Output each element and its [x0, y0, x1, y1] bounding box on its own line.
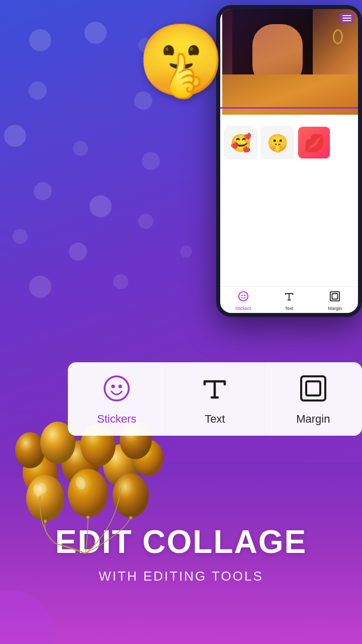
text-label: Text: [205, 413, 225, 426]
phone-sticker-row: 🥰 🤫 💋: [220, 122, 358, 163]
hair: [232, 9, 313, 115]
menu-line: [342, 15, 351, 16]
dress: [222, 74, 358, 115]
sticker-item-2[interactable]: 🤫: [261, 126, 294, 159]
margin-icon: [299, 374, 327, 409]
menu-button[interactable]: [340, 13, 354, 23]
earring: [333, 29, 343, 44]
phone-screen: 🥰 🤫 💋: [220, 9, 358, 313]
woman-photo: [222, 9, 358, 115]
phone-mockup: 🥰 🤫 💋: [211, 0, 362, 342]
phone-tool-margin[interactable]: Margin: [312, 291, 358, 311]
svg-point-31: [68, 469, 108, 517]
stickers-icon-small: [238, 291, 249, 305]
stickers-label: Stickers: [97, 413, 136, 426]
sticker-emoji-2: 🤫: [267, 133, 288, 153]
margin-button[interactable]: Margin: [264, 362, 362, 436]
text-button[interactable]: Text: [166, 362, 264, 436]
svg-point-40: [112, 385, 115, 388]
svg-rect-20: [330, 292, 339, 301]
sticker-item-1[interactable]: 🥰: [224, 126, 257, 159]
svg-point-18: [241, 295, 243, 296]
edit-subtitle: WITH EDITING TOOLS: [99, 569, 263, 584]
phone-text-label: Text: [285, 306, 294, 311]
svg-point-35: [129, 516, 132, 519]
sticker-item-3[interactable]: 💋: [298, 126, 330, 159]
sticker-emoji-1: 🥰: [230, 133, 251, 153]
svg-point-33: [44, 520, 47, 523]
balloons-decoration: [15, 418, 166, 558]
svg-rect-43: [306, 381, 320, 395]
stickers-icon: [103, 374, 131, 409]
deco-circle: [0, 590, 54, 644]
svg-point-30: [26, 475, 64, 521]
menu-line: [342, 20, 351, 21]
margin-icon-small: [329, 291, 340, 305]
svg-point-19: [244, 295, 245, 296]
phone-margin-label: Margin: [328, 306, 342, 311]
svg-point-39: [105, 376, 129, 400]
phone-tool-stickers[interactable]: Stickers: [220, 291, 266, 311]
sticker-emoji-3: 💋: [304, 133, 325, 153]
svg-point-17: [238, 292, 247, 301]
phone-toolbar: Stickers Text: [220, 286, 358, 313]
stickers-button[interactable]: Stickers: [68, 362, 166, 436]
main-toolbar: Stickers Text Margin: [68, 362, 362, 436]
svg-point-32: [113, 473, 149, 518]
svg-point-26: [15, 432, 45, 468]
margin-label: Margin: [296, 413, 330, 426]
text-icon-small: [284, 291, 295, 305]
phone-frame: 🥰 🤫 💋: [216, 5, 362, 317]
phone-stickers-label: Stickers: [235, 306, 251, 311]
svg-rect-21: [332, 294, 338, 299]
phone-tool-text[interactable]: Text: [266, 291, 312, 311]
svg-point-34: [86, 516, 89, 519]
shushing-emoji: 🤫: [137, 25, 225, 96]
menu-line: [342, 18, 351, 19]
svg-rect-42: [301, 376, 325, 400]
text-icon: [201, 374, 229, 409]
purple-border: [220, 107, 358, 109]
face: [252, 24, 303, 90]
svg-point-41: [119, 385, 122, 388]
